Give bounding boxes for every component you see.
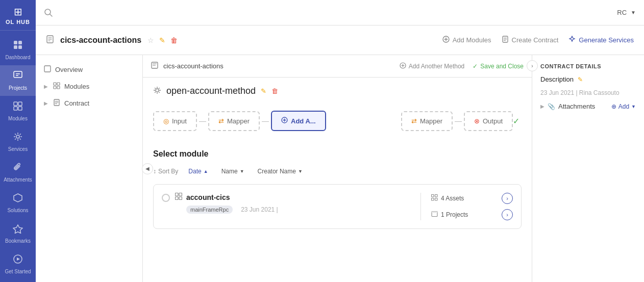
overview-icon: [44, 65, 51, 74]
svg-marker-15: [17, 258, 20, 261]
svg-rect-7: [14, 102, 17, 106]
sort-by-creator-name[interactable]: Creator Name ▼: [255, 166, 306, 177]
contract-nav-icon: [53, 99, 60, 108]
right-panel-toggle[interactable]: ›: [527, 60, 538, 71]
dashboard-icon: [13, 40, 23, 53]
svg-rect-37: [435, 198, 438, 201]
bookmarks-icon: [13, 223, 23, 236]
svg-marker-12: [14, 194, 22, 202]
mapper1-node[interactable]: ⇄ Mapper: [208, 111, 260, 131]
nav-item-label: Overview: [55, 66, 83, 73]
module-radio-button[interactable]: [162, 194, 170, 202]
doc-name: cics-account-actions: [163, 62, 224, 70]
module-date-row: mainFrameRpc 23 Jun 2021 |: [175, 206, 410, 214]
page-header-right-actions: Add Modules Create Contract Generate Ser…: [442, 36, 634, 44]
topbar: RC ▼: [36, 0, 644, 25]
add-attachment-button[interactable]: ⊕ Add ▼: [611, 103, 636, 110]
sidebar-nav: Dashboard Projects Modules Services: [0, 31, 36, 279]
page-header-left-actions: ☆ ✎ 🗑: [147, 36, 178, 44]
nav-item-contract[interactable]: ▶ Contract: [36, 95, 142, 112]
method-edit-button[interactable]: ✎: [261, 87, 266, 95]
main-panel: cics-account-actions Add Another Method …: [143, 55, 532, 282]
create-contract-button[interactable]: Create Contract: [502, 36, 559, 44]
sidebar-item-attachments[interactable]: Attachments: [0, 157, 36, 188]
nav-collapse-button[interactable]: ◀: [142, 163, 153, 174]
contract-details-title: CONTRACT DETAILS: [540, 63, 636, 69]
add-action-icon: [281, 117, 288, 125]
services-icon: [13, 132, 23, 144]
method-title-row: open-account-method ✎ 🗑: [153, 86, 522, 96]
output-node[interactable]: ⊗ Output: [464, 111, 513, 131]
svg-marker-13: [13, 225, 22, 234]
delete-button[interactable]: 🗑: [170, 36, 178, 44]
card-divider: [420, 193, 421, 220]
sort-bar: ↕ Sort By Date ▲ Name ▼: [153, 166, 522, 177]
add-action-node[interactable]: Add A...: [271, 111, 326, 131]
sort-icon: ↕: [153, 168, 156, 175]
sort-by-date[interactable]: Date ▲: [185, 166, 211, 177]
sidebar-item-bookmarks[interactable]: Bookmarks: [0, 218, 36, 249]
nav-item-modules[interactable]: ▶ Modules: [36, 78, 142, 95]
sidebar-item-solutions[interactable]: Solutions: [0, 188, 36, 218]
method-delete-button[interactable]: 🗑: [271, 87, 278, 95]
mapper1-icon: ⇄: [218, 117, 224, 125]
sidebar-item-projects[interactable]: Projects: [0, 65, 36, 96]
nav-item-overview[interactable]: Overview: [36, 61, 142, 78]
attachments-row: ▶ 📎 Attachments ⊕ Add ▼: [540, 102, 636, 110]
select-module-section: Select module ↕ Sort By Date ▲ N: [143, 141, 532, 282]
add-modules-button[interactable]: Add Modules: [442, 36, 491, 44]
create-contract-icon: [502, 36, 509, 44]
description-edit-icon[interactable]: ✎: [578, 76, 583, 83]
svg-rect-6: [16, 75, 18, 76]
sidebar-item-services[interactable]: Services: [0, 126, 36, 157]
input-label: Input: [172, 117, 187, 125]
projects-icon: [13, 70, 23, 83]
assets-icon: [431, 194, 438, 202]
search-button[interactable]: [44, 8, 53, 17]
edit-title-button[interactable]: ✎: [159, 36, 165, 44]
logo-icon: ⊞: [14, 6, 22, 18]
save-check-icon: ✓: [473, 63, 478, 70]
svg-rect-4: [14, 71, 22, 78]
svg-rect-24: [57, 86, 60, 89]
modules-icon: [13, 101, 23, 114]
sidebar-item-dashboard[interactable]: Dashboard: [0, 35, 36, 65]
assets-detail-button[interactable]: ›: [502, 193, 513, 204]
projects-detail-button[interactable]: ›: [502, 209, 513, 220]
mapper2-node[interactable]: ⇄ Mapper: [401, 111, 453, 131]
sidebar-item-label: Dashboard: [6, 55, 31, 60]
generate-services-button[interactable]: Generate Services: [568, 36, 634, 44]
attachments-icon: 📎: [548, 103, 555, 110]
sidebar-item-label: Projects: [9, 85, 27, 91]
favorite-button[interactable]: ☆: [147, 36, 154, 44]
svg-rect-9: [14, 107, 17, 110]
svg-rect-8: [18, 102, 22, 106]
pipeline-arrow-1: —: [197, 117, 208, 125]
left-nav: ◀ Overview ▶ Modules ▶: [36, 55, 143, 282]
svg-rect-39: [432, 212, 437, 213]
svg-point-28: [156, 89, 159, 92]
save-and-close-button[interactable]: ✓ Save and Close: [473, 63, 524, 70]
solutions-icon: [13, 193, 23, 206]
right-panel: › CONTRACT DETAILS Description ✎ 23 Jun …: [532, 55, 644, 282]
user-menu[interactable]: RC ▼: [617, 9, 636, 16]
assets-row: 4 Assets ›: [431, 193, 513, 204]
module-tag: mainFrameRpc: [186, 206, 233, 214]
add-chevron-icon: ▼: [631, 104, 636, 109]
module-name-row: account-cics: [175, 193, 410, 201]
svg-rect-0: [14, 41, 17, 44]
generate-services-icon: [568, 36, 576, 44]
svg-rect-5: [16, 73, 20, 74]
add-another-method-button[interactable]: Add Another Method: [400, 62, 464, 70]
sort-date-arrow: ▲: [204, 169, 208, 174]
description-label: Description: [540, 75, 574, 83]
svg-rect-35: [435, 195, 438, 197]
module-card-icon: [175, 193, 182, 201]
sort-by-label: ↕ Sort By: [153, 168, 178, 175]
svg-rect-10: [18, 107, 22, 110]
input-node[interactable]: ◎ Input: [153, 111, 197, 131]
sidebar-item-modules[interactable]: Modules: [0, 96, 36, 126]
sort-by-name[interactable]: Name ▼: [218, 166, 247, 177]
svg-rect-34: [432, 195, 434, 197]
sidebar-item-get-started[interactable]: Get Started: [0, 249, 36, 279]
